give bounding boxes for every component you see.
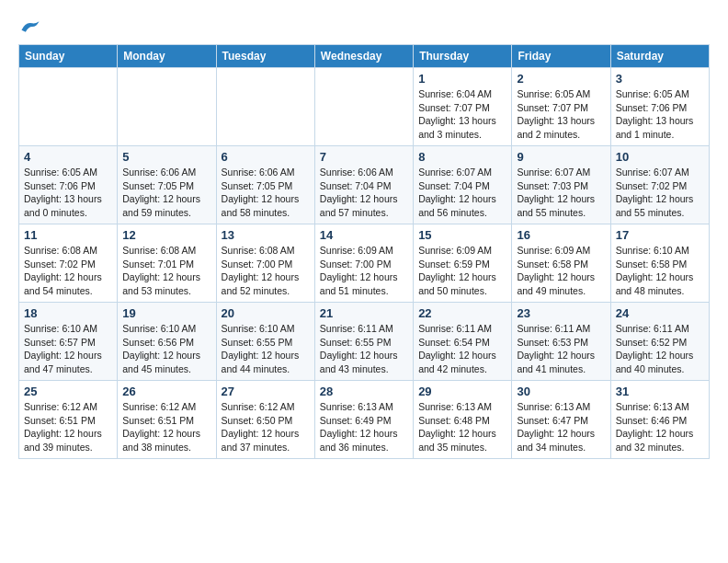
day-cell: 22Sunrise: 6:11 AM Sunset: 6:54 PM Dayli…: [414, 303, 512, 381]
week-row-2: 4Sunrise: 6:05 AM Sunset: 7:06 PM Daylig…: [19, 146, 710, 224]
day-info: Sunrise: 6:05 AM Sunset: 7:06 PM Dayligh…: [24, 166, 112, 220]
day-info: Sunrise: 6:09 AM Sunset: 6:58 PM Dayligh…: [517, 244, 605, 298]
day-info: Sunrise: 6:06 AM Sunset: 7:05 PM Dayligh…: [122, 166, 210, 220]
day-number: 19: [122, 306, 210, 320]
day-info: Sunrise: 6:06 AM Sunset: 7:05 PM Dayligh…: [222, 166, 310, 220]
day-number: 3: [616, 72, 704, 86]
day-cell: 1Sunrise: 6:04 AM Sunset: 7:07 PM Daylig…: [414, 68, 512, 146]
weekday-header-saturday: Saturday: [610, 45, 709, 68]
day-cell: [118, 68, 216, 146]
day-number: 25: [24, 385, 112, 398]
day-cell: 7Sunrise: 6:06 AM Sunset: 7:04 PM Daylig…: [314, 146, 413, 224]
day-info: Sunrise: 6:10 AM Sunset: 6:58 PM Dayligh…: [616, 244, 704, 298]
day-cell: [216, 68, 314, 146]
day-number: 21: [320, 306, 408, 320]
day-number: 5: [122, 150, 210, 164]
day-cell: 25Sunrise: 6:12 AM Sunset: 6:51 PM Dayli…: [19, 381, 118, 459]
day-info: Sunrise: 6:12 AM Sunset: 6:51 PM Dayligh…: [122, 400, 210, 454]
day-number: 17: [616, 228, 704, 242]
weekday-header-wednesday: Wednesday: [314, 45, 413, 68]
day-cell: 28Sunrise: 6:13 AM Sunset: 6:49 PM Dayli…: [314, 381, 413, 459]
day-number: 8: [418, 150, 506, 164]
day-info: Sunrise: 6:11 AM Sunset: 6:52 PM Dayligh…: [616, 322, 704, 376]
day-info: Sunrise: 6:07 AM Sunset: 7:04 PM Dayligh…: [418, 166, 506, 220]
logo: [18, 18, 40, 35]
day-info: Sunrise: 6:12 AM Sunset: 6:51 PM Dayligh…: [24, 400, 112, 454]
day-info: Sunrise: 6:10 AM Sunset: 6:57 PM Dayligh…: [24, 322, 112, 376]
week-row-1: 1Sunrise: 6:04 AM Sunset: 7:07 PM Daylig…: [19, 68, 710, 146]
day-cell: [314, 68, 413, 146]
day-number: 22: [418, 306, 506, 320]
day-cell: 20Sunrise: 6:10 AM Sunset: 6:55 PM Dayli…: [216, 303, 314, 381]
day-cell: 16Sunrise: 6:09 AM Sunset: 6:58 PM Dayli…: [512, 224, 610, 303]
day-number: 30: [517, 385, 605, 398]
day-info: Sunrise: 6:04 AM Sunset: 7:07 PM Dayligh…: [418, 87, 506, 142]
weekday-header-tuesday: Tuesday: [216, 45, 314, 68]
day-cell: 19Sunrise: 6:10 AM Sunset: 6:56 PM Dayli…: [118, 303, 216, 381]
day-info: Sunrise: 6:11 AM Sunset: 6:53 PM Dayligh…: [517, 322, 605, 376]
day-info: Sunrise: 6:13 AM Sunset: 6:49 PM Dayligh…: [320, 400, 408, 454]
day-info: Sunrise: 6:07 AM Sunset: 7:02 PM Dayligh…: [616, 166, 704, 220]
day-info: Sunrise: 6:11 AM Sunset: 6:55 PM Dayligh…: [320, 322, 408, 376]
day-cell: 31Sunrise: 6:13 AM Sunset: 6:46 PM Dayli…: [610, 381, 709, 459]
day-cell: 12Sunrise: 6:08 AM Sunset: 7:01 PM Dayli…: [118, 224, 216, 303]
weekday-header-monday: Monday: [118, 45, 216, 68]
day-info: Sunrise: 6:09 AM Sunset: 7:00 PM Dayligh…: [320, 244, 408, 298]
day-number: 20: [222, 306, 310, 320]
calendar: SundayMondayTuesdayWednesdayThursdayFrid…: [18, 44, 710, 459]
week-row-3: 11Sunrise: 6:08 AM Sunset: 7:02 PM Dayli…: [19, 224, 710, 303]
day-number: 18: [24, 306, 112, 320]
day-cell: 2Sunrise: 6:05 AM Sunset: 7:07 PM Daylig…: [512, 68, 610, 146]
day-cell: 24Sunrise: 6:11 AM Sunset: 6:52 PM Dayli…: [610, 303, 709, 381]
day-info: Sunrise: 6:05 AM Sunset: 7:06 PM Dayligh…: [616, 87, 704, 142]
weekday-header-sunday: Sunday: [19, 45, 118, 68]
header: [18, 18, 710, 35]
day-info: Sunrise: 6:08 AM Sunset: 7:02 PM Dayligh…: [24, 244, 112, 298]
day-cell: 18Sunrise: 6:10 AM Sunset: 6:57 PM Dayli…: [19, 303, 118, 381]
day-cell: 29Sunrise: 6:13 AM Sunset: 6:48 PM Dayli…: [414, 381, 512, 459]
day-number: 28: [320, 385, 408, 398]
day-info: Sunrise: 6:11 AM Sunset: 6:54 PM Dayligh…: [418, 322, 506, 376]
day-cell: 30Sunrise: 6:13 AM Sunset: 6:47 PM Dayli…: [512, 381, 610, 459]
page: SundayMondayTuesdayWednesdayThursdayFrid…: [0, 0, 728, 468]
week-row-4: 18Sunrise: 6:10 AM Sunset: 6:57 PM Dayli…: [19, 303, 710, 381]
day-info: Sunrise: 6:10 AM Sunset: 6:56 PM Dayligh…: [122, 322, 210, 376]
day-cell: 11Sunrise: 6:08 AM Sunset: 7:02 PM Dayli…: [19, 224, 118, 303]
day-info: Sunrise: 6:08 AM Sunset: 7:00 PM Dayligh…: [222, 244, 310, 298]
day-cell: 6Sunrise: 6:06 AM Sunset: 7:05 PM Daylig…: [216, 146, 314, 224]
weekday-header-row: SundayMondayTuesdayWednesdayThursdayFrid…: [19, 45, 710, 68]
day-number: 1: [418, 72, 506, 86]
day-number: 24: [616, 306, 704, 320]
day-number: 2: [517, 72, 605, 86]
day-cell: 15Sunrise: 6:09 AM Sunset: 6:59 PM Dayli…: [414, 224, 512, 303]
day-info: Sunrise: 6:05 AM Sunset: 7:07 PM Dayligh…: [517, 87, 605, 142]
day-info: Sunrise: 6:08 AM Sunset: 7:01 PM Dayligh…: [122, 244, 210, 298]
day-number: 10: [616, 150, 704, 164]
day-number: 29: [418, 385, 506, 398]
day-number: 11: [24, 228, 112, 242]
day-number: 7: [320, 150, 408, 164]
day-number: 15: [418, 228, 506, 242]
day-cell: 3Sunrise: 6:05 AM Sunset: 7:06 PM Daylig…: [610, 68, 709, 146]
day-number: 26: [122, 385, 210, 398]
day-number: 14: [320, 228, 408, 242]
day-info: Sunrise: 6:10 AM Sunset: 6:55 PM Dayligh…: [222, 322, 310, 376]
day-info: Sunrise: 6:13 AM Sunset: 6:47 PM Dayligh…: [517, 400, 605, 454]
day-info: Sunrise: 6:06 AM Sunset: 7:04 PM Dayligh…: [320, 166, 408, 220]
logo-bird-icon: [20, 18, 40, 35]
day-info: Sunrise: 6:13 AM Sunset: 6:46 PM Dayligh…: [616, 400, 704, 454]
day-cell: 21Sunrise: 6:11 AM Sunset: 6:55 PM Dayli…: [314, 303, 413, 381]
day-info: Sunrise: 6:12 AM Sunset: 6:50 PM Dayligh…: [222, 400, 310, 454]
day-cell: 26Sunrise: 6:12 AM Sunset: 6:51 PM Dayli…: [118, 381, 216, 459]
day-cell: 17Sunrise: 6:10 AM Sunset: 6:58 PM Dayli…: [610, 224, 709, 303]
day-cell: 14Sunrise: 6:09 AM Sunset: 7:00 PM Dayli…: [314, 224, 413, 303]
day-number: 16: [517, 228, 605, 242]
day-info: Sunrise: 6:13 AM Sunset: 6:48 PM Dayligh…: [418, 400, 506, 454]
day-number: 12: [122, 228, 210, 242]
day-number: 31: [616, 385, 704, 398]
day-number: 4: [24, 150, 112, 164]
day-number: 13: [222, 228, 310, 242]
day-number: 23: [517, 306, 605, 320]
day-cell: 4Sunrise: 6:05 AM Sunset: 7:06 PM Daylig…: [19, 146, 118, 224]
day-cell: 23Sunrise: 6:11 AM Sunset: 6:53 PM Dayli…: [512, 303, 610, 381]
